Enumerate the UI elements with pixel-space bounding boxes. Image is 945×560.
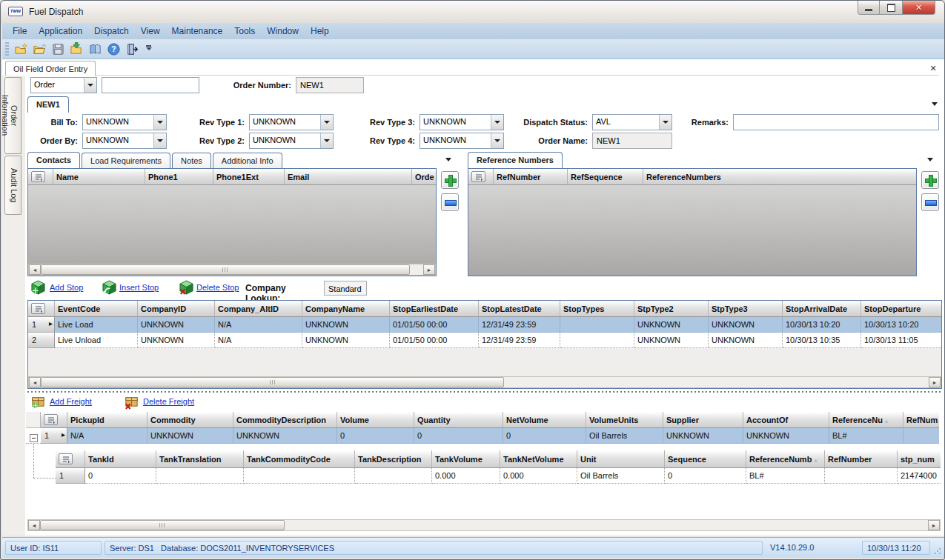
cell[interactable]: BL# [829,428,903,444]
column-header[interactable]: ReferenceNumbers [643,169,916,185]
column-header[interactable]: Company_AltID [215,301,302,317]
scroll-right-icon[interactable] [423,264,435,275]
tab-contacts[interactable]: Contacts [27,152,80,168]
row-header[interactable]: 1 [41,428,67,444]
bill-to-combo[interactable]: UNKNOWN [82,114,167,130]
save-button[interactable] [49,41,67,58]
column-header[interactable]: AccountOf [743,412,829,428]
cell[interactable] [903,428,939,444]
new-document-button[interactable] [12,41,30,58]
delete-freight-link[interactable]: Delete Freight [143,397,194,406]
column-header[interactable]: Quantity [414,412,503,428]
rev-type1-combo[interactable]: UNKNOWN [249,114,334,130]
remarks-input[interactable] [733,114,939,130]
cell[interactable]: UNKNOWN [147,428,233,444]
company-lookup-field[interactable]: Standard [324,281,367,296]
dispatch-status-combo[interactable]: AVL [592,114,672,130]
remove-contact-button[interactable] [441,193,459,211]
column-chooser-cell[interactable] [56,450,85,468]
cell[interactable]: Oil Barrels [577,468,665,484]
column-header[interactable]: StopDeparture [861,301,941,317]
column-chooser-cell[interactable] [28,301,55,317]
column-header[interactable]: StopArrivalDate [783,301,861,317]
export-button[interactable] [67,41,86,58]
cell[interactable]: BL# [746,468,825,484]
column-header[interactable]: StpType2 [634,301,709,317]
column-header[interactable]: VolumeUnits [586,412,663,428]
cell[interactable] [156,468,244,484]
title-bar[interactable]: TMW Fuel Dispatch [1,1,944,23]
menu-dispatch[interactable]: Dispatch [88,23,135,39]
cell[interactable]: UNKNOWN [634,333,709,348]
column-header[interactable]: stp_num [898,450,941,468]
column-header[interactable]: StopEarliestDate [390,301,479,317]
tab-list-dropdown-icon[interactable] [926,155,935,164]
column-header[interactable]: Volume [337,412,414,428]
add-stop-icon[interactable] [30,280,46,296]
cell[interactable]: N/A [67,428,147,444]
column-chooser-cell[interactable] [41,412,67,428]
delete-stop-link[interactable]: Delete Stop [196,283,239,292]
cell[interactable]: Oil Barrels [586,428,663,444]
collapse-row-icon[interactable] [30,434,38,442]
scrollbar-thumb[interactable] [41,377,504,387]
scroll-right-icon[interactable] [928,520,940,530]
column-chooser-icon[interactable] [44,414,58,425]
cell[interactable] [560,317,634,333]
stops-horizontal-scrollbar[interactable] [28,376,941,388]
column-header[interactable]: TankNetVolume [500,450,577,468]
column-chooser-cell[interactable] [28,169,53,185]
exit-button[interactable] [123,41,142,58]
cell[interactable]: N/A [215,333,302,348]
column-header[interactable]: Commodity [147,412,233,428]
cell[interactable]: 0 [414,428,503,444]
cell[interactable]: Live Load [55,317,138,333]
column-header[interactable]: Phone1Ext [213,169,285,185]
help-button[interactable]: ? [105,41,123,58]
order-search-input[interactable] [102,77,199,93]
column-header[interactable]: TankCommodityCode [244,450,355,468]
column-header[interactable]: Orde [412,169,436,185]
remove-reference-button[interactable] [921,193,939,211]
cell[interactable]: UNKNOWN [138,333,215,348]
tab-additional-info[interactable]: Additional Info [213,153,282,168]
chevron-down-icon[interactable] [153,115,166,130]
cell[interactable]: 0 [85,468,156,484]
open-button[interactable] [30,41,49,58]
cell[interactable]: UNKNOWN [709,317,783,333]
chevron-down-icon[interactable] [491,115,503,130]
toolbar-grip[interactable] [5,42,9,56]
add-freight-link[interactable]: Add Freight [50,397,92,406]
rev-type2-combo[interactable]: UNKNOWN [249,133,334,149]
tab-load-requirements[interactable]: Load Requirements [82,153,170,168]
row-header[interactable]: 2 [28,333,55,348]
cell[interactable] [244,468,355,484]
tab-list-dropdown-icon[interactable] [930,99,939,108]
cell[interactable] [355,468,432,484]
scroll-right-icon[interactable] [929,377,941,387]
column-header[interactable]: Supplier [663,412,743,428]
cell[interactable]: 0 [665,468,746,484]
splitter-handle[interactable] [27,391,941,393]
cell[interactable]: UNKNOWN [634,317,709,333]
cell[interactable]: 01/01/50 00:00 [390,317,479,333]
toolbar-overflow-button[interactable] [143,41,154,58]
add-stop-link[interactable]: Add Stop [50,283,83,292]
cell[interactable]: Live Unload [55,333,138,348]
chevron-down-icon[interactable] [491,133,503,148]
side-tab-audit-log[interactable]: Audit Log [4,156,21,215]
column-header[interactable]: NetVolume [503,412,586,428]
add-freight-icon[interactable] [30,394,46,410]
column-chooser-icon[interactable] [31,303,45,314]
column-header[interactable]: CompanyID [138,301,215,317]
row-header[interactable]: 1 [56,468,85,484]
cell[interactable]: 10/30/13 10:20 [861,317,941,333]
scroll-left-icon[interactable] [29,264,41,275]
column-header[interactable]: RefSequence [568,169,643,185]
column-chooser-cell[interactable] [468,169,494,185]
cell[interactable]: 0 [337,428,414,444]
tab-notes[interactable]: Notes [172,153,211,168]
column-header[interactable]: CommodityDescription [233,412,337,428]
order-by-combo[interactable]: UNKNOWN [82,133,167,149]
add-reference-button[interactable] [921,171,939,189]
